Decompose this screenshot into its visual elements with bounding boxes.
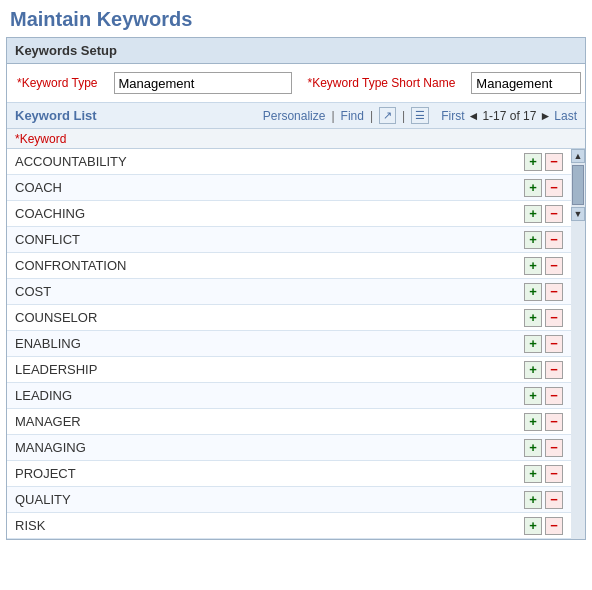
- keyword-text: COACH: [15, 178, 62, 197]
- keyword-cell: COST: [15, 284, 524, 299]
- keyword-cell: CONFLICT: [15, 232, 524, 247]
- add-row-button[interactable]: +: [524, 387, 542, 405]
- keyword-text: ACCOUNTABILITY: [15, 152, 127, 171]
- first-link[interactable]: First: [441, 109, 464, 123]
- table-row: CONFLICT+−: [7, 227, 571, 253]
- personalize-link[interactable]: Personalize: [263, 109, 326, 123]
- table-row: PROJECT+−: [7, 461, 571, 487]
- remove-row-button[interactable]: −: [545, 439, 563, 457]
- table-row: CONFRONTATION+−: [7, 253, 571, 279]
- add-row-button[interactable]: +: [524, 179, 542, 197]
- row-buttons: +−: [524, 205, 563, 223]
- keyword-cell: ACCOUNTABILITY: [15, 154, 524, 169]
- add-row-button[interactable]: +: [524, 283, 542, 301]
- row-buttons: +−: [524, 231, 563, 249]
- separator-2: |: [370, 109, 373, 123]
- view-icon[interactable]: ↗: [379, 107, 396, 124]
- row-buttons: +−: [524, 465, 563, 483]
- add-row-button[interactable]: +: [524, 361, 542, 379]
- keyword-cell: MANAGER: [15, 414, 524, 429]
- prev-icon[interactable]: ◄: [467, 109, 479, 123]
- keyword-cell: COUNSELOR: [15, 310, 524, 325]
- col-header-row: *Keyword: [7, 129, 585, 149]
- remove-row-button[interactable]: −: [545, 413, 563, 431]
- separator-1: |: [331, 109, 334, 123]
- pagination-text: 1-17 of 17: [482, 109, 536, 123]
- keyword-text: COACHING: [15, 204, 85, 223]
- remove-row-button[interactable]: −: [545, 335, 563, 353]
- row-buttons: +−: [524, 439, 563, 457]
- remove-row-button[interactable]: −: [545, 309, 563, 327]
- add-row-button[interactable]: +: [524, 153, 542, 171]
- add-row-button[interactable]: +: [524, 439, 542, 457]
- keyword-cell: QUALITY: [15, 492, 524, 507]
- remove-row-button[interactable]: −: [545, 257, 563, 275]
- pagination: First ◄ 1-17 of 17 ► Last: [441, 109, 577, 123]
- table-row: RISK+−: [7, 513, 571, 539]
- keyword-cell: CONFRONTATION: [15, 258, 524, 273]
- row-buttons: +−: [524, 517, 563, 535]
- page-title: Maintain Keywords: [0, 0, 592, 37]
- keyword-cell: LEADING: [15, 388, 524, 403]
- scrollbar-track: ▲ ▼: [571, 149, 585, 539]
- table-row: ACCOUNTABILITY+−: [7, 149, 571, 175]
- remove-row-button[interactable]: −: [545, 179, 563, 197]
- remove-row-button[interactable]: −: [545, 283, 563, 301]
- keyword-cell: COACHING: [15, 206, 524, 221]
- keyword-type-input[interactable]: [114, 72, 292, 94]
- keyword-text: CONFLICT: [15, 230, 80, 249]
- row-buttons: +−: [524, 387, 563, 405]
- remove-row-button[interactable]: −: [545, 517, 563, 535]
- keyword-cell: PROJECT: [15, 466, 524, 481]
- table-row: MANAGER+−: [7, 409, 571, 435]
- table-row: ENABLING+−: [7, 331, 571, 357]
- keyword-short-name-label: *Keyword Type Short Name: [308, 76, 456, 90]
- remove-row-button[interactable]: −: [545, 387, 563, 405]
- section-header: Keywords Setup: [7, 38, 585, 64]
- separator-3: |: [402, 109, 405, 123]
- row-buttons: +−: [524, 491, 563, 509]
- add-row-button[interactable]: +: [524, 465, 542, 483]
- keyword-text: LEADING: [15, 386, 72, 405]
- add-row-button[interactable]: +: [524, 231, 542, 249]
- next-icon[interactable]: ►: [539, 109, 551, 123]
- keyword-text: PROJECT: [15, 464, 76, 483]
- keyword-list-header: Keyword List Personalize | Find | ↗ | ☰ …: [7, 103, 585, 129]
- remove-row-button[interactable]: −: [545, 361, 563, 379]
- toolbar-right: Personalize | Find | ↗ | ☰ First ◄ 1-17 …: [263, 107, 577, 124]
- remove-row-button[interactable]: −: [545, 491, 563, 509]
- main-container: Keywords Setup *Keyword Type *Keyword Ty…: [6, 37, 586, 540]
- table-content: ACCOUNTABILITY+−COACH+−COACHING+−CONFLIC…: [7, 149, 571, 539]
- scroll-up-arrow[interactable]: ▲: [571, 149, 585, 163]
- table-row: LEADERSHIP+−: [7, 357, 571, 383]
- scroll-down-arrow[interactable]: ▼: [571, 207, 585, 221]
- row-buttons: +−: [524, 309, 563, 327]
- row-buttons: +−: [524, 153, 563, 171]
- keyword-type-label: *Keyword Type: [17, 76, 98, 90]
- table-row: LEADING+−: [7, 383, 571, 409]
- keyword-cell: MANAGING: [15, 440, 524, 455]
- grid-icon[interactable]: ☰: [411, 107, 429, 124]
- add-row-button[interactable]: +: [524, 205, 542, 223]
- add-row-button[interactable]: +: [524, 335, 542, 353]
- remove-row-button[interactable]: −: [545, 231, 563, 249]
- add-row-button[interactable]: +: [524, 257, 542, 275]
- remove-row-button[interactable]: −: [545, 153, 563, 171]
- keyword-text: QUALITY: [15, 490, 71, 509]
- find-link[interactable]: Find: [341, 109, 364, 123]
- keyword-text: CONFRONTATION: [15, 256, 126, 275]
- keyword-text: COST: [15, 282, 51, 301]
- keyword-short-name-input[interactable]: [471, 72, 581, 94]
- add-row-button[interactable]: +: [524, 491, 542, 509]
- table-row: COUNSELOR+−: [7, 305, 571, 331]
- add-row-button[interactable]: +: [524, 413, 542, 431]
- last-link[interactable]: Last: [554, 109, 577, 123]
- row-buttons: +−: [524, 257, 563, 275]
- add-row-button[interactable]: +: [524, 517, 542, 535]
- remove-row-button[interactable]: −: [545, 205, 563, 223]
- keyword-cell: RISK: [15, 518, 524, 533]
- remove-row-button[interactable]: −: [545, 465, 563, 483]
- add-row-button[interactable]: +: [524, 309, 542, 327]
- keyword-cell: COACH: [15, 180, 524, 195]
- scroll-thumb[interactable]: [572, 165, 584, 205]
